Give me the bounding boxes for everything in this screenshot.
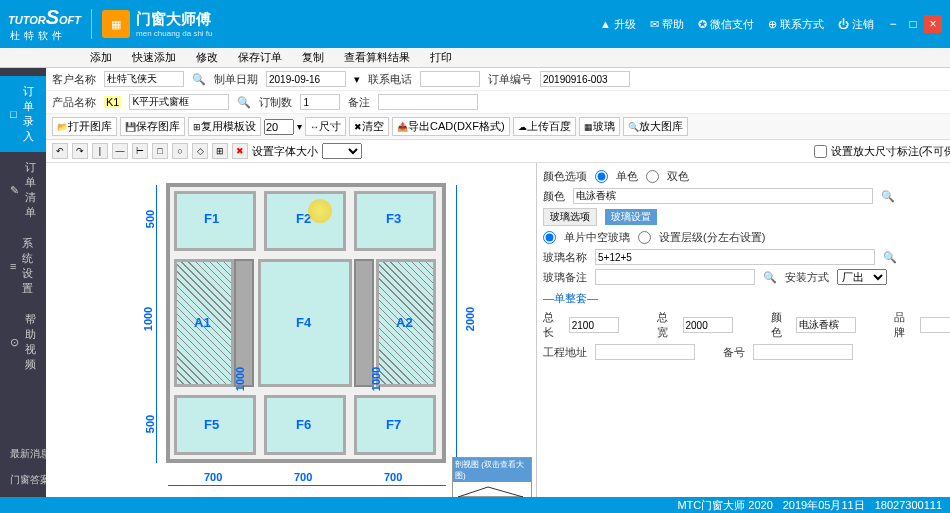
qty-input[interactable] [300, 94, 340, 110]
width-input[interactable] [683, 317, 733, 333]
glassname-input[interactable] [595, 249, 875, 265]
svg-line-2 [488, 487, 523, 497]
saveorder-button[interactable]: 保存订单 [238, 50, 282, 65]
calendar-icon[interactable]: ▾ [354, 73, 360, 86]
tool-delete[interactable]: ✖ [232, 143, 248, 159]
svg-line-1 [458, 487, 488, 497]
sidebar-item-help-video[interactable]: ⊙帮助视频 [0, 304, 46, 380]
logout-link[interactable]: ⏻ 注销 [838, 17, 874, 32]
qty-label: 订制数 [259, 95, 292, 110]
search-icon[interactable]: 🔍 [763, 271, 777, 284]
quickadd-button[interactable]: 快速添加 [132, 50, 176, 65]
glass-tab-settings[interactable]: 玻璃设置 [605, 209, 657, 225]
date-label: 制单日期 [214, 72, 258, 87]
footer: MTC门窗大师 2020 2019年05月11日 18027300111 [0, 497, 950, 513]
glass-layer-radio[interactable] [638, 231, 651, 244]
tool-redo[interactable]: ↷ [72, 143, 88, 159]
color2-input[interactable] [796, 317, 856, 333]
tool-hline[interactable]: — [112, 143, 128, 159]
draw-toolbar: ↶ ↷ | — ⊢ □ ○ ◇ ⊞ ✖ 设置字体大小 设置放大尺寸标注(不可保留… [46, 140, 950, 163]
note2-input[interactable] [753, 344, 853, 360]
icon-toolbar: 📂打开图库 💾保存图库 ⊞复用模板设 ▾ ↔尺寸 ✖清空 📤导出CAD(DXF格… [46, 114, 950, 140]
glass-tab-options[interactable]: 玻璃选项 [543, 208, 597, 226]
upgrade-link[interactable]: ▲ 升级 [600, 17, 636, 32]
sidebar-item-settings[interactable]: ≡系统设置 [0, 228, 46, 304]
upload-button[interactable]: ☁上传百度 [513, 117, 576, 136]
note-input[interactable] [378, 94, 478, 110]
add-button[interactable]: 添加 [90, 50, 112, 65]
dim-checkbox[interactable] [814, 145, 827, 158]
tool-undo[interactable]: ↶ [52, 143, 68, 159]
tool-diamond[interactable]: ◇ [192, 143, 208, 159]
phone-input[interactable] [420, 71, 480, 87]
orderno-label: 订单编号 [488, 72, 532, 87]
note-label: 备注 [348, 95, 370, 110]
wechat-link[interactable]: ✪ 微信支付 [698, 17, 754, 32]
color-double-radio[interactable] [646, 170, 659, 183]
tool-hline2[interactable]: ⊢ [132, 143, 148, 159]
product-input[interactable] [129, 94, 229, 110]
product-code: K1 [104, 96, 121, 108]
copy-button[interactable]: 复制 [302, 50, 324, 65]
install-select[interactable]: 厂出 [837, 269, 887, 285]
enlarge-button[interactable]: 🔍放大图库 [623, 117, 688, 136]
print-button[interactable]: 打印 [430, 50, 452, 65]
brand-logo: TUTORSOFT 杜特软件 [8, 6, 81, 43]
glass-button[interactable]: ▦玻璃 [579, 117, 620, 136]
glassnote-input[interactable] [595, 269, 755, 285]
glass-single-radio[interactable] [543, 231, 556, 244]
sidebar-item-order-entry[interactable]: □订单录入 [0, 76, 46, 152]
maximize-button[interactable]: □ [904, 15, 922, 33]
titlebar: TUTORSOFT 杜特软件 ▦ 门窗大师傅 men chuang da shi… [0, 0, 950, 48]
app-logo: ▦ 门窗大师傅 men chuang da shi fu [102, 10, 213, 38]
form-row-2: 产品名称 K1 🔍 订制数 备注 [46, 91, 950, 114]
search-icon[interactable]: 🔍 [237, 96, 251, 109]
color-single-radio[interactable] [595, 170, 608, 183]
tool-vline[interactable]: | [92, 143, 108, 159]
menu-icon: ≡ [10, 260, 16, 272]
fontsize-select[interactable] [322, 143, 362, 159]
addr-input[interactable] [595, 344, 695, 360]
date-input[interactable] [266, 71, 346, 87]
sidebar: □订单录入 ✎订单清单 ≡系统设置 ⊙帮助视频 最新消息 门窗答案分享 [0, 68, 46, 513]
export-cad-button[interactable]: 📤导出CAD(DXF格式) [392, 117, 510, 136]
right-panel: 颜色选项 单色 双色 颜色 🔍 玻璃选项 玻璃设置 单片中空玻璃 设置层级(分左… [536, 163, 950, 513]
template-button[interactable]: ⊞复用模板设 [188, 117, 261, 136]
edit-icon: ✎ [10, 184, 19, 197]
form-row-1: 客户名称 🔍 制单日期 ▾ 联系电话 订单编号 [46, 68, 950, 91]
template-num-input[interactable] [264, 119, 294, 135]
sidebar-item-order-list[interactable]: ✎订单清单 [0, 152, 46, 228]
minimize-button[interactable]: − [884, 15, 902, 33]
canvas-area[interactable]: F1 F2 F3 A1 F4 A2 F5 F6 F7 500 1000 500 [46, 163, 536, 513]
phone-label: 联系电话 [368, 72, 412, 87]
search-icon[interactable]: 🔍 [192, 73, 206, 86]
close-button[interactable]: × [924, 15, 942, 33]
tool-rect[interactable]: □ [152, 143, 168, 159]
save-library-button[interactable]: 💾保存图库 [120, 117, 185, 136]
customer-input[interactable] [104, 71, 184, 87]
orderno-input[interactable] [540, 71, 630, 87]
dim-checkbox-label: 设置放大尺寸标注(不可保留) [831, 144, 950, 159]
customer-label: 客户名称 [52, 72, 96, 87]
tool-circle[interactable]: ○ [172, 143, 188, 159]
tool-grid[interactable]: ⊞ [212, 143, 228, 159]
size-button[interactable]: ↔尺寸 [305, 117, 346, 136]
clear-button[interactable]: ✖清空 [349, 117, 389, 136]
modify-button[interactable]: 修改 [196, 50, 218, 65]
search-icon[interactable]: 🔍 [881, 190, 895, 203]
open-library-button[interactable]: 📂打开图库 [52, 117, 117, 136]
contact-link[interactable]: ⊕ 联系方式 [768, 17, 824, 32]
square-icon: □ [10, 108, 17, 120]
product-label: 产品名称 [52, 95, 96, 110]
brand-input[interactable] [920, 317, 950, 333]
main-toolbar: 添加 快速添加 修改 保存订单 复制 查看算料结果 打印 [0, 48, 950, 68]
search-icon[interactable]: 🔍 [883, 251, 897, 264]
window-icon: ▦ [102, 10, 130, 38]
help-link[interactable]: ✉ 帮助 [650, 17, 684, 32]
viewresult-button[interactable]: 查看算料结果 [344, 50, 410, 65]
fontsize-label: 设置字体大小 [252, 144, 318, 159]
length-input[interactable] [569, 317, 619, 333]
cursor-highlight [308, 199, 332, 223]
maincolor-input[interactable] [573, 188, 873, 204]
circle-icon: ⊙ [10, 336, 19, 349]
